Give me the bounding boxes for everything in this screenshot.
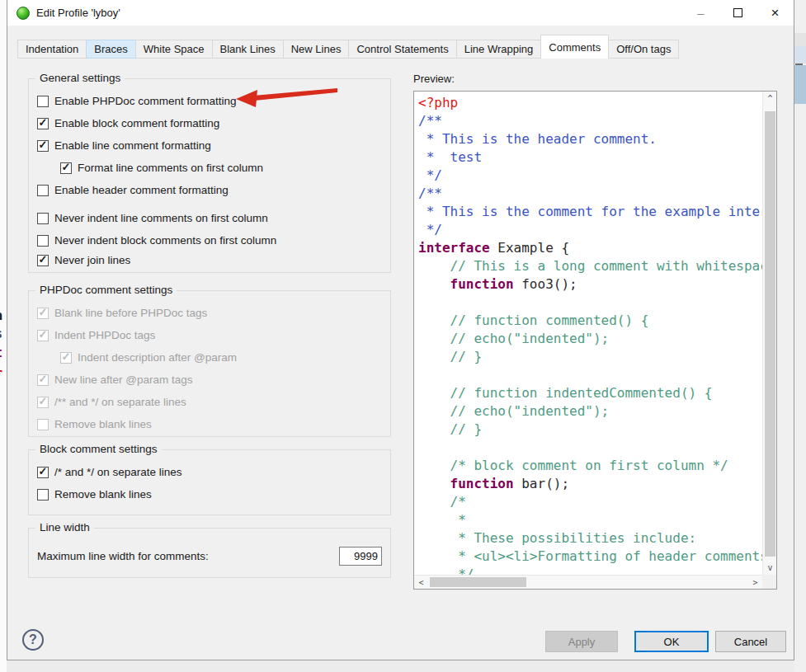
background-window-left-sliver: astr — [0, 0, 7, 672]
max-line-width-input[interactable] — [339, 547, 382, 566]
horizontal-scroll-thumb[interactable] — [430, 577, 526, 587]
checkbox-label: Enable block comment formatting — [54, 117, 219, 129]
code-segment-cmt: /* block comment on first column */ — [418, 458, 728, 473]
app-icon — [16, 7, 30, 20]
code-segment-cmt: /* — [418, 494, 466, 510]
tab-comments[interactable]: Comments — [540, 35, 609, 59]
tab-braces[interactable]: Braces — [86, 40, 135, 59]
code-segment-cmt: // echo("indented"); — [418, 331, 609, 346]
group-title: Block comment settings — [35, 443, 162, 455]
code-line — [418, 294, 762, 312]
close-icon: × — [771, 5, 780, 21]
checkbox-label: Never indent block comments on first col… — [54, 234, 276, 247]
tab-label: Off/On tags — [616, 43, 671, 55]
code-line: interface Example { — [418, 239, 762, 257]
code-preview: <?php/** * This is the header comment. *… — [414, 92, 762, 575]
checkbox-checked — [37, 374, 49, 386]
code-segment-doc: * test — [418, 149, 482, 165]
checkbox-list: /* and */ on separate linesRemove blank … — [29, 450, 390, 505]
code-segment-kw: function — [450, 276, 514, 292]
vertical-scrollbar[interactable]: ^ v — [762, 92, 776, 575]
group-title: General settings — [35, 72, 125, 84]
tab-line-wrapping[interactable]: Line Wrapping — [456, 40, 542, 59]
code-segment-cmt: * These possibilities include: — [418, 530, 696, 546]
checkbox-checked[interactable] — [37, 118, 49, 129]
horizontal-scrollbar[interactable]: < > — [414, 575, 762, 589]
code-line: * This is the header comment. — [418, 130, 762, 148]
tab-white-space[interactable]: White Space — [135, 40, 213, 59]
scroll-right-icon[interactable]: > — [748, 576, 762, 589]
checkbox-row-never-indent-line-comments-on-first-column[interactable]: Never indent line comments on first colu… — [37, 207, 382, 229]
checkbox-row-remove-blank-lines[interactable]: Remove blank lines — [37, 483, 382, 505]
code-line: // } — [418, 421, 762, 439]
tab-off-on-tags[interactable]: Off/On tags — [608, 40, 679, 59]
checkbox-label: Enable line comment formatting — [54, 139, 211, 152]
tab-indentation[interactable]: Indentation — [17, 40, 87, 59]
checkbox-row-never-indent-block-comments-on-first-column[interactable]: Never indent block comments on first col… — [37, 229, 382, 251]
code-line: // echo("indented"); — [418, 402, 762, 421]
checkbox-checked[interactable] — [37, 467, 49, 478]
background-text-fragment: t — [0, 345, 2, 360]
close-button[interactable]: × — [757, 0, 794, 26]
checkbox-row-enable-line-comment-formatting[interactable]: Enable line comment formatting — [37, 134, 382, 157]
line-width-row: Maximum line width for comments: — [29, 529, 390, 566]
code-line: // function commented() { — [418, 312, 762, 330]
checkbox-label: Indent description after @param — [78, 351, 237, 364]
code-segment-cmt: * <ul><li>Formatting of header comments — [418, 548, 762, 564]
tab-label: Comments — [549, 41, 601, 54]
group-title: PHPDoc comment settings — [35, 284, 177, 296]
scroll-up-icon[interactable]: ^ — [763, 92, 777, 106]
code-segment-plain: bar(); — [514, 476, 569, 491]
checkbox-checked[interactable] — [37, 140, 49, 152]
cancel-button[interactable]: Cancel — [715, 631, 786, 652]
code-segment-plain — [418, 476, 450, 491]
group-phpdoc-comment-settings: PHPDoc comment settings Blank line befor… — [28, 290, 391, 437]
vertical-scroll-thumb[interactable] — [765, 111, 775, 557]
code-line — [418, 366, 762, 384]
checkbox-label: Blank line before PHPDoc tags — [54, 307, 207, 319]
checkbox-row-indent-description-after-param: Indent description after @param — [60, 346, 382, 369]
title-bar[interactable]: Edit Profile 'lyboy' – × — [7, 0, 794, 26]
checkbox-row-enable-header-comment-formatting[interactable]: Enable header comment formatting — [37, 179, 382, 201]
tab-blank-lines[interactable]: Blank Lines — [212, 40, 284, 59]
checkbox-row-and-on-separate-lines[interactable]: /* and */ on separate lines — [37, 461, 382, 483]
checkbox-row-remove-blank-lines: Remove blank lines — [37, 413, 382, 435]
code-line: // This is a long comment with whitespac… — [418, 257, 762, 275]
window-title: Edit Profile 'lyboy' — [36, 7, 120, 19]
tab-label: Braces — [94, 43, 127, 55]
checkbox-label: Remove blank lines — [54, 488, 152, 500]
checkbox-label: Never indent line comments on first colu… — [54, 212, 268, 224]
ok-button[interactable]: OK — [634, 631, 709, 652]
checkbox-row-enable-block-comment-formatting[interactable]: Enable block comment formatting — [37, 112, 382, 134]
checkbox-unchecked[interactable] — [37, 489, 49, 500]
checkbox-row-never-join-lines[interactable]: Never join lines — [37, 249, 382, 271]
scroll-left-icon[interactable]: < — [414, 576, 428, 589]
code-segment-doc: /** — [418, 186, 442, 201]
checkbox-row-format-line-comments-on-first-column[interactable]: Format line comments on first column — [60, 157, 382, 179]
minimize-button[interactable]: – — [682, 0, 719, 26]
checkbox-checked[interactable] — [37, 255, 49, 266]
checkbox-unchecked[interactable] — [37, 96, 49, 107]
code-segment-cmt: */ — [418, 566, 474, 575]
code-line: function bar(); — [418, 475, 762, 493]
code-line: // } — [418, 348, 762, 366]
code-segment-plain: Example { — [490, 240, 569, 256]
maximize-icon — [733, 8, 742, 17]
checkbox-unchecked[interactable] — [37, 235, 49, 247]
apply-button: Apply — [545, 631, 618, 652]
tab-control-statements[interactable]: Control Statements — [348, 40, 456, 59]
tab-label: Line Wrapping — [464, 43, 534, 55]
code-line: <?php — [418, 94, 762, 112]
background-text-fragment: a — [0, 308, 2, 323]
tab-new-lines[interactable]: New Lines — [283, 40, 350, 59]
checkbox-unchecked[interactable] — [37, 185, 49, 196]
help-button[interactable]: ? — [22, 629, 44, 651]
code-segment-doc: /** — [418, 113, 442, 129]
preview-label: Preview: — [413, 73, 455, 85]
scroll-down-icon[interactable]: v — [763, 561, 777, 575]
scrollbar-corner — [762, 575, 776, 589]
maximize-button[interactable] — [719, 0, 757, 26]
checkbox-checked[interactable] — [60, 162, 72, 174]
code-segment-cmt: // This is a long comment with whitespac… — [418, 258, 762, 274]
checkbox-unchecked[interactable] — [37, 213, 49, 224]
